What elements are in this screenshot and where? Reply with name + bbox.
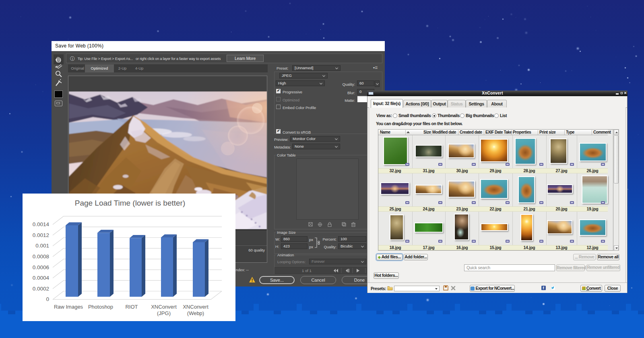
svg-text:Photoshop: Photoshop	[88, 304, 113, 310]
svg-text:(Webp): (Webp)	[187, 310, 204, 316]
svg-text:0.0004: 0.0004	[33, 275, 50, 281]
svg-text:(JPG): (JPG)	[157, 310, 171, 316]
svg-text:0: 0	[46, 296, 49, 302]
svg-text:0.0006: 0.0006	[33, 264, 49, 270]
svg-text:0.0002: 0.0002	[33, 286, 49, 292]
svg-text:0.0014: 0.0014	[33, 221, 50, 227]
svg-text:Page Load Time (lower is bette: Page Load Time (lower is better)	[75, 199, 186, 207]
svg-text:RIOT: RIOT	[125, 304, 138, 310]
svg-text:0.001: 0.001	[35, 243, 49, 249]
svg-text:XNConvert: XNConvert	[151, 304, 177, 310]
svg-text:0.0012: 0.0012	[33, 232, 49, 238]
svg-text:XNConvert: XNConvert	[183, 304, 208, 310]
svg-text:0.0008: 0.0008	[33, 254, 49, 260]
svg-text:Raw Images: Raw Images	[54, 304, 83, 310]
